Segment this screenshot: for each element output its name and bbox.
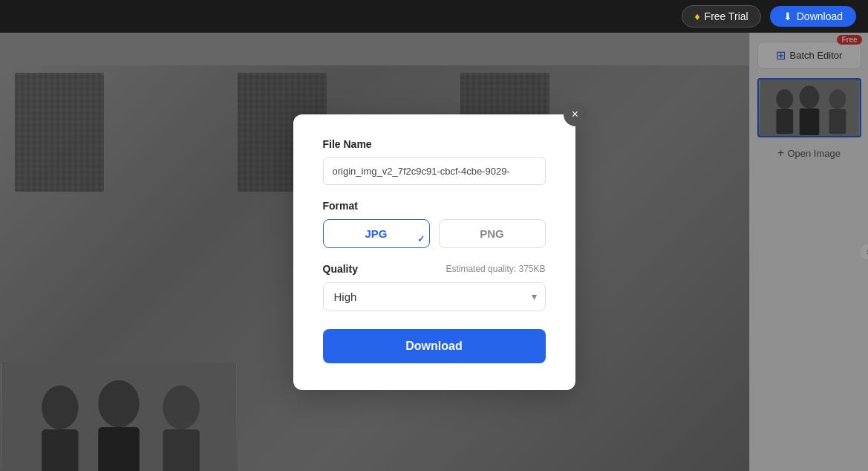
jpg-format-button[interactable]: JPG ✓: [323, 219, 430, 248]
quality-header: Quality Estimated quality: 375KB: [323, 263, 546, 275]
free-trial-label: Free Trial: [705, 10, 748, 22]
quality-label: Quality: [323, 263, 358, 275]
download-arrow-icon: ⬇: [783, 10, 792, 22]
format-row: JPG ✓ PNG: [323, 219, 546, 248]
quality-select[interactable]: High Medium Low: [323, 282, 546, 311]
png-format-button[interactable]: PNG: [439, 219, 546, 248]
checkmark-icon: ✓: [417, 234, 425, 244]
modal-close-button[interactable]: ×: [564, 103, 587, 126]
quality-estimate: Estimated quality: 375KB: [446, 264, 545, 274]
modal-download-label: Download: [405, 340, 462, 352]
navbar: ♦ Free Trial ⬇ Download: [0, 0, 868, 33]
download-modal: × File Name Format JPG ✓ PNG Quality Est…: [293, 114, 575, 390]
jpg-label: JPG: [365, 227, 387, 240]
png-label: PNG: [480, 227, 504, 240]
format-label: Format: [323, 200, 546, 212]
free-trial-button[interactable]: ♦ Free Trial: [682, 5, 760, 27]
file-name-label: File Name: [323, 138, 546, 150]
modal-download-button[interactable]: Download: [323, 329, 546, 363]
file-name-input[interactable]: [323, 157, 546, 185]
close-icon: ×: [572, 108, 578, 121]
diamond-icon: ♦: [694, 10, 699, 22]
download-nav-label: Download: [797, 10, 843, 22]
download-nav-button[interactable]: ⬇ Download: [770, 6, 856, 27]
quality-select-wrapper: High Medium Low ▾: [323, 282, 546, 311]
main-area: Free ⊞ Batch Editor + Open Image ›: [0, 33, 868, 471]
modal-overlay: × File Name Format JPG ✓ PNG Quality Est…: [0, 33, 868, 471]
